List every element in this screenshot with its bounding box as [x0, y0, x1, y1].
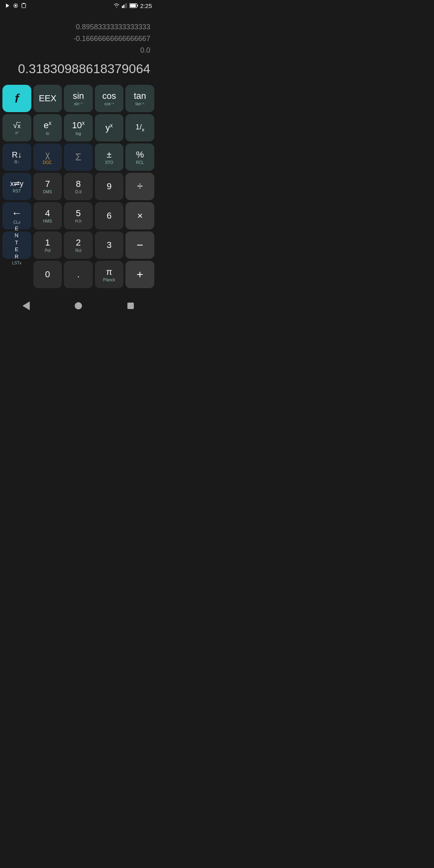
enter-button[interactable]: ENTER LSTx: [2, 231, 31, 259]
status-icons: [5, 3, 27, 8]
svg-rect-3: [22, 4, 25, 8]
divide-button[interactable]: ÷: [125, 173, 154, 200]
multiply-button[interactable]: ×: [125, 202, 154, 229]
time-display: 2:25: [140, 2, 152, 9]
nav-bar: [0, 295, 157, 317]
calculator-body: f EEX sin sin⁻¹ cos cos⁻¹ tan tan⁻¹ √x x…: [0, 82, 157, 291]
0-button[interactable]: 0: [33, 261, 62, 288]
yx-button[interactable]: yx: [95, 114, 124, 141]
1-button[interactable]: 1 Pol: [33, 231, 62, 259]
wifi-icon: [113, 3, 120, 8]
calculator-display: 0.89583333333333333 -0.16666666666666667…: [0, 11, 157, 82]
3-button[interactable]: 3: [95, 231, 124, 259]
dot-button[interactable]: .: [64, 261, 93, 288]
add-button[interactable]: +: [125, 261, 154, 288]
recents-nav-button[interactable]: [121, 296, 141, 316]
eex-button[interactable]: EEX: [33, 85, 62, 112]
back-nav-button[interactable]: [16, 296, 36, 316]
7-button[interactable]: 7 DMS: [33, 173, 62, 200]
history-line-3: 0.0: [140, 45, 150, 56]
cos-button[interactable]: cos cos⁻¹: [95, 85, 124, 112]
chi-button[interactable]: χ DOZ.: [33, 143, 62, 171]
plusminus-button[interactable]: ± STO: [95, 143, 124, 171]
current-value: 0.31830988618379064: [18, 61, 150, 78]
roll-down-button[interactable]: R↓ R↑: [2, 143, 31, 171]
sin-button[interactable]: sin sin⁻¹: [64, 85, 93, 112]
clipboard-icon: [21, 3, 27, 8]
5-button[interactable]: 5 H.h: [64, 202, 93, 229]
xswappy-button[interactable]: x⇌y RST: [2, 173, 31, 200]
4-button[interactable]: 4 HMS: [33, 202, 62, 229]
f-button[interactable]: f: [2, 85, 31, 112]
percent-button[interactable]: % RCL: [125, 143, 154, 171]
svg-rect-6: [123, 5, 124, 8]
sqrt-button[interactable]: √x x²: [2, 114, 31, 141]
2-button[interactable]: 2 Rct: [64, 231, 93, 259]
svg-point-2: [15, 5, 17, 7]
pi-button[interactable]: π Planck: [95, 261, 124, 288]
svg-rect-8: [126, 3, 127, 8]
home-icon: [75, 302, 82, 309]
8-button[interactable]: 8 D.d: [64, 173, 93, 200]
subtract-button[interactable]: −: [125, 231, 154, 259]
button-grid: f EEX sin sin⁻¹ cos cos⁻¹ tan tan⁻¹ √x x…: [2, 85, 154, 288]
svg-rect-11: [130, 4, 136, 7]
home-nav-button[interactable]: [68, 296, 88, 316]
play-icon: [5, 3, 10, 8]
svg-marker-0: [6, 4, 9, 8]
status-bar: 2:25: [0, 0, 157, 11]
signal-icon: [122, 3, 127, 8]
svg-rect-4: [23, 3, 25, 4]
tan-button[interactable]: tan tan⁻¹: [125, 85, 154, 112]
9-button[interactable]: 9: [95, 173, 124, 200]
recents-icon: [127, 303, 134, 309]
record-icon: [13, 3, 18, 8]
ex-button[interactable]: ex ln: [33, 114, 62, 141]
battery-icon: [129, 3, 138, 8]
svg-rect-5: [122, 6, 123, 8]
10x-button[interactable]: 10x log: [64, 114, 93, 141]
6-button[interactable]: 6: [95, 202, 124, 229]
history-line-2: -0.16666666666666667: [74, 33, 150, 44]
reciprocal-button[interactable]: 1/x: [125, 114, 154, 141]
status-right: 2:25: [113, 2, 152, 9]
sigma-button[interactable]: Σ: [64, 143, 93, 171]
history-line-1: 0.89583333333333333: [76, 22, 150, 33]
back-icon: [23, 301, 30, 310]
svg-rect-10: [137, 5, 138, 6]
svg-rect-7: [125, 4, 126, 8]
